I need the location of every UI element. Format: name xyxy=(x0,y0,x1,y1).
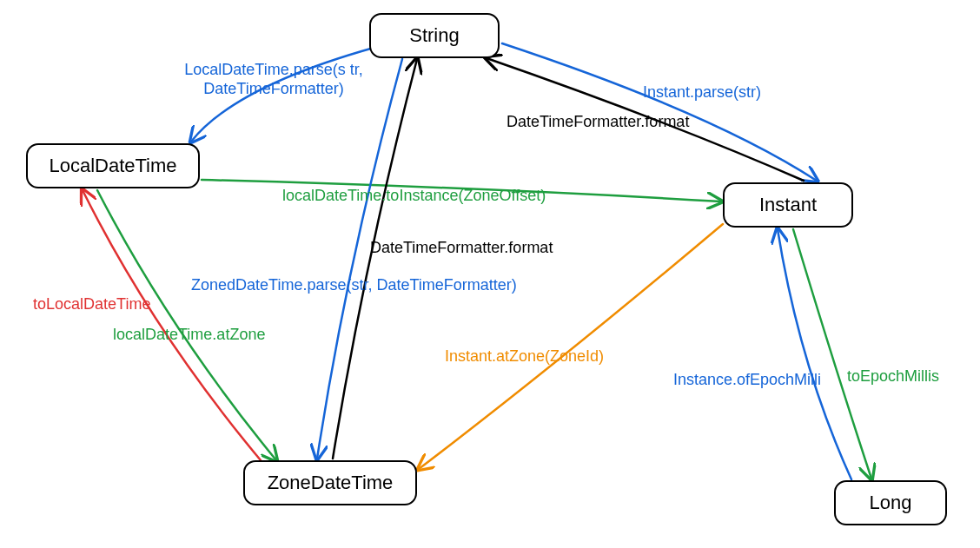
edge-string-to-instant xyxy=(502,43,817,181)
edge-instant-to-long xyxy=(793,229,871,479)
edge-zonedatetime-to-string-black xyxy=(333,59,417,459)
diagram-stage: { "nodes": { "string": { "label": "Strin… xyxy=(0,0,980,548)
edge-instant-to-zonedatetime xyxy=(419,224,723,469)
arrows-layer xyxy=(0,0,980,548)
label-localdatetime-atzone: localDateTime.atZone xyxy=(113,326,265,345)
label-tolocaldatetime: toLocalDateTime xyxy=(33,295,150,314)
node-label: Long xyxy=(870,492,912,514)
label-localdatetime-toinstance: localDateTime.toInstance(ZoneOffset) xyxy=(282,187,546,206)
node-label: LocalDateTime xyxy=(49,155,176,177)
label-zoneddatetime-parse: ZonedDateTime.parse(str, DateTimeFormatt… xyxy=(191,276,517,295)
label-dtf-format-instant: DateTimeFormatter.format xyxy=(507,113,689,132)
node-label: String xyxy=(409,24,459,47)
label-instant-parse: Instant.parse(str) xyxy=(643,83,761,102)
edge-long-to-instant xyxy=(778,229,851,479)
node-label: ZoneDateTime xyxy=(268,472,394,494)
node-label: Instant xyxy=(759,194,817,216)
label-localdatetime-parse: LocalDateTime.parse(s tr, DateTimeFormat… xyxy=(161,61,387,98)
node-long: Long xyxy=(834,480,947,525)
node-zonedatetime: ZoneDateTime xyxy=(243,460,417,505)
node-localdatetime: LocalDateTime xyxy=(26,143,200,188)
node-string: String xyxy=(369,13,500,58)
label-dtf-format-zdt: DateTimeFormatter.format xyxy=(370,239,553,258)
label-instant-atzone: Instant.atZone(ZoneId) xyxy=(445,347,604,366)
node-instant: Instant xyxy=(723,182,853,228)
edge-string-to-zonedatetime-blue xyxy=(317,59,402,459)
label-instance-ofepochmilli: Instance.ofEpochMilli xyxy=(673,371,821,390)
label-toepochmillis: toEpochMillis xyxy=(847,367,939,386)
